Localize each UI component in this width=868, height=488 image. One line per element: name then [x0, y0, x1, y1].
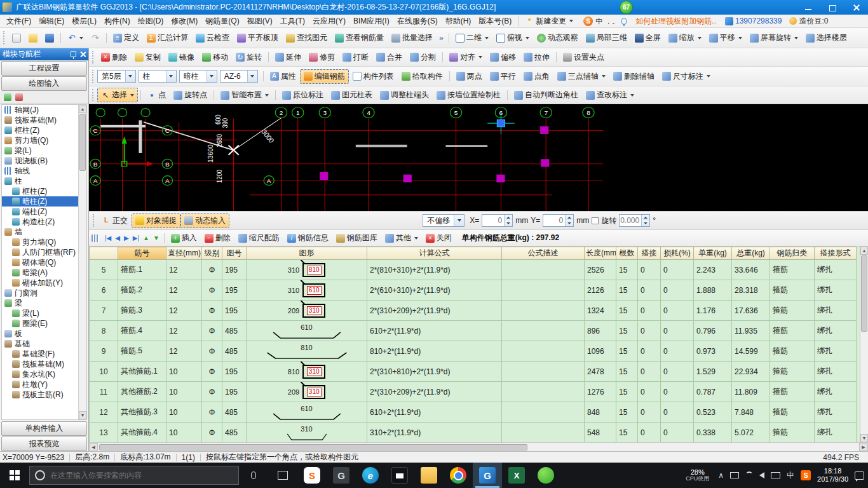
edit-toolbar-button[interactable]: 旋转	[232, 50, 266, 65]
draw-toolbar-button[interactable]: 图元柱表	[327, 88, 376, 102]
toolbar-grip[interactable]	[93, 214, 95, 227]
cell-length[interactable]: 2478	[585, 362, 616, 382]
cell-lap-form[interactable]: 绑扎	[815, 402, 857, 423]
edit-toolbar-button[interactable]: 镜像	[165, 50, 198, 65]
combo-dropdown-icon[interactable]	[125, 71, 135, 82]
toolbar-button[interactable]: 批量选择	[388, 30, 437, 45]
tree-item[interactable]: 门窗洞	[2, 288, 78, 298]
cell-formula[interactable]: 2*(610+310)+2*(11.9*d)	[367, 280, 502, 301]
cell-unit-weight[interactable]: 0.973	[694, 341, 732, 362]
tree-item[interactable]: 砌体加筋(Y)	[2, 278, 78, 288]
tree-item[interactable]: 柱墩(Y)	[2, 379, 78, 390]
tree-item[interactable]: 筏板主筋(R)	[2, 390, 78, 400]
menu-item[interactable]: 钢筋量(Q)	[201, 15, 243, 28]
edit-toolbar-button[interactable]: 对齐	[445, 50, 486, 65]
menu-item[interactable]: 楼层(L)	[68, 15, 100, 28]
cell-total-weight[interactable]: 33.646	[732, 260, 770, 280]
cell-diameter[interactable]: 12	[166, 280, 202, 301]
tree-item[interactable]: 基础	[2, 339, 78, 349]
taskbar-app-button[interactable]: X	[502, 463, 531, 488]
add-favorite-icon[interactable]	[4, 93, 11, 101]
tree-item[interactable]: 圈梁(E)	[2, 318, 78, 329]
taskbar-app-button[interactable]	[444, 463, 473, 488]
cell-lap-form[interactable]: 绑扎	[815, 362, 857, 382]
grid-toolbar-button[interactable]: 缩尺配筋	[234, 231, 283, 245]
cell-shape-diagram[interactable]: 310 810	[247, 260, 367, 280]
cell-total-weight[interactable]: 17.636	[732, 301, 770, 321]
cell-rebar-class[interactable]: 箍筋	[770, 382, 815, 402]
cell-unit-weight[interactable]: 0.787	[694, 382, 732, 402]
tree-item[interactable]: 轴网(J)	[2, 105, 78, 115]
draw-toolbar-button[interactable]: 自动判断边角柱	[510, 88, 582, 102]
menu-item[interactable]: 云应用(Y)	[309, 15, 349, 28]
cell-lap-form[interactable]: 绑扎	[815, 280, 857, 301]
cell-shape-diagram[interactable]: 310 610	[247, 280, 367, 301]
cell-grade[interactable]: Φ	[202, 260, 222, 280]
draw-toolbar-button[interactable]: 旋转点	[170, 88, 211, 102]
edit-toolbar-button[interactable]: 打断	[339, 50, 372, 65]
cell-lap-form[interactable]: 绑扎	[815, 301, 857, 321]
tree-item[interactable]: 梁(L)	[2, 146, 78, 156]
view-toolbar-button[interactable]: 俯视	[492, 30, 533, 45]
maximize-button[interactable]	[829, 4, 836, 11]
cell-formula-desc[interactable]	[502, 301, 585, 321]
cell-shape-diagram[interactable]: 610	[247, 402, 367, 423]
cell-unit-weight[interactable]: 1.888	[694, 280, 732, 301]
cell-rebar-class[interactable]: 箍筋	[770, 321, 815, 341]
component-toolbar-button[interactable]: 编辑钢筋	[300, 69, 349, 84]
cell-total-weight[interactable]: 11.809	[732, 382, 770, 402]
cell-shape-diagram[interactable]: 610	[247, 321, 367, 341]
touch-keyboard-icon[interactable]	[771, 472, 780, 478]
cell-length[interactable]: 1276	[585, 382, 616, 402]
menu-item[interactable]: 工具(T)	[276, 15, 309, 28]
tree-item[interactable]: 砌体墙(Q)	[2, 257, 78, 268]
cell-row-number[interactable]: 12	[90, 402, 118, 423]
close-button[interactable]	[853, 4, 860, 11]
ime-mode-indicator[interactable]: 中	[595, 17, 602, 26]
aux-axis-button[interactable]: 删除辅轴	[609, 69, 658, 84]
cell-unit-weight[interactable]: 1.529	[694, 362, 732, 382]
menu-item[interactable]: 文件(F)	[3, 15, 35, 28]
cell-rebar-class[interactable]: 箍筋	[770, 260, 815, 280]
rebar-table-row[interactable]: 10 其他箍筋.1 10 Φ 195 810 310	[90, 362, 857, 382]
grid-toolbar-button[interactable]: 删除	[201, 231, 234, 245]
rotate-checkbox[interactable]	[592, 217, 599, 224]
cell-count[interactable]: 15	[616, 402, 638, 423]
edit-toolbar-button[interactable]: 拉伸	[520, 50, 553, 65]
report-preview-button[interactable]: 报表预览	[1, 437, 87, 451]
cell-row-number[interactable]: 7	[90, 301, 118, 321]
sogou-ime-icon[interactable]: S	[583, 17, 593, 26]
cell-count[interactable]: 15	[616, 341, 638, 362]
draw-toolbar-button[interactable]: 按墙位置绘制柱	[433, 88, 505, 102]
grid-toolbar-button[interactable]: 其他	[381, 231, 422, 245]
scroll-thumb[interactable]	[861, 255, 867, 332]
panel-close-icon[interactable]	[80, 51, 86, 57]
cell-formula-desc[interactable]	[502, 423, 585, 443]
edit-toolbar-button[interactable]: 复制	[131, 50, 165, 65]
grid-toolbar-button[interactable]: 钢筋图库	[332, 231, 381, 245]
tree-item[interactable]: 剪力墙(Q)	[2, 237, 78, 247]
y-input[interactable]: 0	[543, 214, 574, 227]
cell-count[interactable]: 15	[616, 301, 638, 321]
table-header-cell[interactable]: 搭接形式	[815, 247, 857, 260]
toolbar-button[interactable]: 汇总计算	[143, 30, 192, 45]
edit-toolbar-button[interactable]: 偏移	[486, 50, 520, 65]
scroll-up-arrow[interactable]: ▲	[860, 247, 868, 255]
cell-formula[interactable]: 2*(310+209)+2*(11.9*d)	[367, 301, 502, 321]
microphone-icon[interactable]	[621, 18, 627, 25]
cell-figure-number[interactable]: 195	[222, 280, 247, 301]
toolbar-button[interactable]: 云检查	[192, 30, 233, 45]
view-toolbar-button[interactable]: 局部三维	[582, 30, 631, 45]
minimize-button[interactable]	[804, 4, 812, 11]
cell-lap[interactable]: 0	[638, 341, 661, 362]
volume-tray-icon[interactable]	[759, 472, 764, 478]
project-settings-button[interactable]: 工程设置	[1, 61, 87, 76]
cell-count[interactable]: 15	[616, 382, 638, 402]
cell-formula-desc[interactable]	[502, 280, 585, 301]
table-header-cell[interactable]: 图号	[222, 247, 247, 260]
cell-loss[interactable]: 0	[661, 301, 694, 321]
scroll-down-arrow[interactable]: ▼	[860, 434, 868, 442]
remove-favorite-icon[interactable]	[15, 93, 23, 101]
save-button[interactable]	[41, 32, 58, 44]
combo-box[interactable]: 第5层	[97, 70, 136, 83]
